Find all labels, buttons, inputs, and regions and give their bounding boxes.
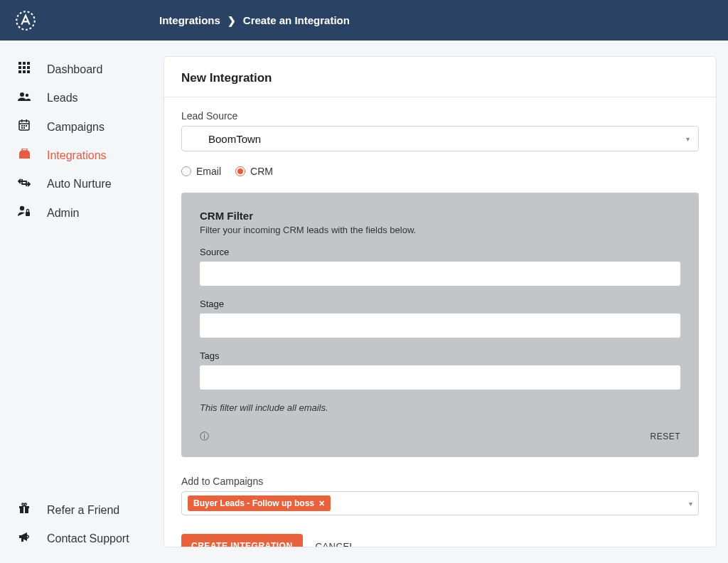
- chevron-right-icon: ❯: [228, 15, 236, 26]
- svg-rect-17: [23, 125, 25, 127]
- breadcrumb-current: Create an Integration: [243, 14, 350, 26]
- sidebar-item-label: Leads: [47, 92, 78, 104]
- users-icon: [16, 91, 33, 105]
- radio-label: CRM: [250, 166, 273, 177]
- user-lock-icon: [16, 205, 33, 220]
- bullhorn-icon: [16, 532, 33, 546]
- filter-stage-input[interactable]: [200, 313, 680, 338]
- svg-rect-9: [27, 70, 30, 73]
- radio-email[interactable]: Email: [181, 166, 221, 177]
- svg-rect-1: [18, 62, 21, 65]
- sidebar-item-label: Auto Nurture: [47, 178, 112, 191]
- remove-tag-icon[interactable]: ✕: [318, 499, 325, 508]
- radio-label: Email: [196, 166, 221, 177]
- svg-rect-14: [21, 119, 23, 122]
- sidebar-item-dashboard[interactable]: Dashboard: [0, 55, 158, 84]
- svg-rect-26: [23, 506, 25, 513]
- svg-rect-3: [27, 62, 30, 65]
- sidebar-item-label: Admin: [47, 207, 79, 220]
- svg-rect-8: [23, 70, 26, 73]
- crm-filter-title: CRM Filter: [200, 210, 680, 222]
- svg-rect-15: [26, 119, 28, 122]
- help-icon[interactable]: ⓘ: [200, 430, 209, 443]
- filter-source-input[interactable]: [200, 262, 680, 286]
- filter-note: This filter will include all emails.: [200, 402, 680, 413]
- svg-rect-16: [21, 125, 23, 127]
- campaign-tag: Buyer Leads - Follow up boss ✕: [188, 495, 331, 511]
- svg-point-10: [20, 92, 24, 97]
- svg-rect-19: [21, 127, 23, 129]
- svg-point-22: [20, 206, 24, 210]
- sidebar-item-integrations[interactable]: Integrations: [0, 141, 158, 170]
- lead-source-value: BoomTown: [191, 133, 261, 145]
- svg-rect-23: [26, 212, 30, 216]
- filter-stage-label: Stage: [200, 299, 680, 309]
- campaigns-select[interactable]: Buyer Leads - Follow up boss ✕ ▾: [181, 491, 699, 515]
- sidebar-item-refer[interactable]: Refer a Friend: [0, 495, 158, 525]
- radio-icon: [235, 166, 245, 176]
- svg-point-11: [26, 94, 28, 97]
- cancel-button[interactable]: CANCEL: [316, 541, 355, 547]
- sidebar-item-admin[interactable]: Admin: [0, 198, 158, 227]
- lead-source-select[interactable]: BoomTown ▾: [181, 126, 699, 151]
- svg-rect-20: [23, 127, 25, 129]
- svg-rect-4: [18, 66, 21, 69]
- sidebar-item-label: Refer a Friend: [47, 504, 119, 517]
- radio-crm[interactable]: CRM: [235, 166, 273, 177]
- sidebar-item-campaigns[interactable]: Campaigns: [0, 112, 158, 141]
- chevron-down-icon: ▾: [689, 500, 692, 508]
- breadcrumb-parent[interactable]: Integrations: [159, 14, 220, 26]
- breadcrumb: Integrations ❯ Create an Integration: [159, 14, 350, 26]
- svg-rect-7: [18, 70, 21, 73]
- retweet-icon: [16, 177, 33, 191]
- svg-rect-21: [22, 149, 27, 151]
- svg-rect-6: [27, 66, 30, 69]
- page-title: New Integration: [164, 57, 716, 97]
- sidebar-item-label: Contact Support: [47, 532, 129, 545]
- chevron-down-icon: ▾: [686, 135, 690, 143]
- svg-rect-2: [23, 62, 26, 65]
- sidebar-item-auto-nurture[interactable]: Auto Nurture: [0, 170, 158, 198]
- svg-rect-5: [23, 66, 26, 69]
- create-integration-button[interactable]: CREATE INTEGRATION: [181, 534, 303, 547]
- sidebar-item-label: Campaigns: [47, 121, 105, 134]
- radio-icon: [181, 166, 191, 176]
- app-header: Integrations ❯ Create an Integration: [0, 0, 728, 41]
- svg-rect-18: [26, 125, 27, 127]
- integration-form-card: New Integration Lead Source BoomTown ▾ E…: [164, 56, 717, 547]
- calendar-icon: [16, 119, 33, 134]
- sidebar-item-label: Dashboard: [47, 63, 102, 76]
- filter-source-label: Source: [200, 247, 680, 257]
- gift-icon: [16, 503, 33, 518]
- crm-filter-panel: CRM Filter Filter your incoming CRM lead…: [181, 193, 699, 457]
- filter-tags-input[interactable]: [200, 365, 680, 390]
- reset-button[interactable]: RESET: [650, 431, 680, 441]
- filter-tags-label: Tags: [200, 350, 680, 361]
- grid-icon: [16, 62, 33, 77]
- lead-source-label: Lead Source: [181, 110, 699, 122]
- campaigns-label: Add to Campaigns: [181, 476, 699, 487]
- crm-filter-desc: Filter your incoming CRM leads with the …: [200, 225, 680, 235]
- toolbox-icon: [16, 149, 33, 163]
- sidebar: Dashboard Leads Campaigns Integrations: [0, 41, 158, 563]
- sidebar-item-support[interactable]: Contact Support: [0, 525, 158, 553]
- svg-rect-27: [21, 538, 23, 542]
- campaign-tag-label: Buyer Leads - Follow up boss: [193, 498, 314, 508]
- app-logo-icon: [13, 8, 38, 33]
- sidebar-item-label: Integrations: [47, 149, 107, 162]
- sidebar-item-leads[interactable]: Leads: [0, 84, 158, 112]
